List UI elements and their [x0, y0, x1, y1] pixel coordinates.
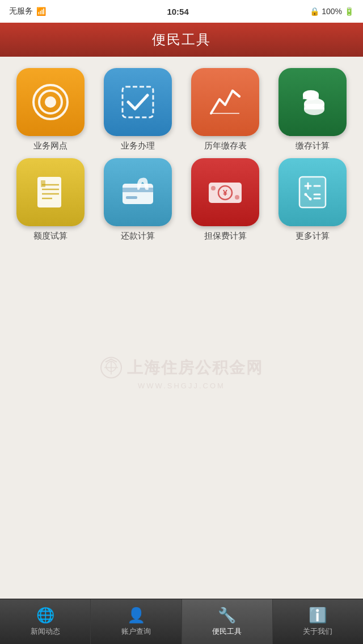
status-bar: 无服务 📶 10:54 🔒 100% 🔋 [0, 0, 363, 23]
coins-icon [293, 82, 332, 122]
tab-news[interactable]: 🌐 新闻动态 [0, 599, 91, 644]
guarantee-calc-label: 担保费计算 [204, 231, 247, 242]
quota-trial-label: 额度试算 [33, 231, 67, 242]
svg-point-10 [303, 90, 319, 99]
lock-icon: 🔒 [310, 7, 319, 16]
battery-text: 100% [322, 7, 342, 16]
business-handle-icon-box [104, 68, 172, 136]
chart-icon [205, 82, 245, 122]
svg-rect-19 [126, 196, 137, 199]
svg-point-34 [101, 358, 121, 378]
repay-calc-item[interactable]: 还款计算 [96, 158, 179, 242]
wifi-icon: 📶 [36, 7, 46, 16]
tab-tools[interactable]: 🔧 便民工具 [182, 599, 273, 644]
service-point-label: 业务网点 [33, 141, 67, 151]
watermark-cn-text: 上海住房公积金网 [127, 357, 263, 379]
payment-history-label: 历年缴存表 [204, 141, 247, 151]
repay-calc-icon-box [104, 158, 172, 226]
tab-bar: 🌐 新闻动态 👤 账户查询 🔧 便民工具 ℹ️ 关于我们 [0, 599, 363, 644]
tab-about-icon: ℹ️ [309, 607, 327, 624]
service-point-icon-box [16, 68, 85, 136]
payment-calc-icon-box [278, 68, 347, 136]
target-icon [31, 82, 70, 122]
tab-about[interactable]: ℹ️ 关于我们 [273, 599, 363, 644]
svg-point-2 [45, 96, 56, 108]
payment-history-item[interactable]: 历年缴存表 [184, 68, 267, 151]
more-calc-icon-box [278, 158, 347, 226]
service-point-item[interactable]: 业务网点 [9, 68, 92, 151]
status-right: 🔒 100% 🔋 [310, 7, 354, 16]
payment-calc-label: 缴存计算 [296, 141, 330, 151]
payment-calc-item[interactable]: 缴存计算 [271, 68, 354, 151]
payment-history-icon-box [191, 68, 259, 136]
status-left: 无服务 📶 [9, 6, 46, 16]
more-calc-item[interactable]: 更多计算 [271, 158, 354, 242]
icon-grid: 业务网点 业务办理 历年缴存表 [9, 68, 354, 242]
money-icon: ¥ [205, 172, 245, 212]
header: 便民工具 [0, 23, 363, 57]
svg-point-24 [235, 195, 239, 200]
tab-news-icon: 🌐 [36, 607, 54, 624]
quota-trial-icon-box [16, 158, 85, 226]
tab-account-label: 账户查询 [121, 626, 151, 637]
card-icon [118, 172, 158, 212]
signal-text: 无服务 [9, 6, 33, 16]
tab-account[interactable]: 👤 账户查询 [91, 599, 182, 644]
svg-point-23 [211, 186, 216, 190]
guarantee-calc-item[interactable]: ¥ 担保费计算 [184, 158, 267, 242]
tab-tools-icon: 🔧 [218, 607, 236, 624]
business-handle-label: 业务办理 [121, 141, 155, 151]
svg-point-31 [309, 198, 312, 201]
svg-text:¥: ¥ [223, 188, 227, 197]
svg-point-30 [305, 193, 307, 196]
status-time: 10:54 [167, 7, 188, 16]
tab-tools-label: 便民工具 [212, 626, 242, 637]
tab-account-icon: 👤 [127, 607, 145, 624]
tab-about-label: 关于我们 [303, 626, 332, 637]
svg-rect-25 [299, 177, 326, 207]
guarantee-calc-icon-box: ¥ [191, 158, 259, 226]
watermark-en-text: WWW.SHGJJ.COM [100, 382, 263, 390]
page-title: 便民工具 [152, 31, 211, 49]
battery-icon: 🔋 [344, 7, 354, 16]
repay-calc-label: 还款计算 [121, 231, 155, 242]
check-icon [118, 82, 158, 122]
more-calc-label: 更多计算 [296, 231, 330, 242]
watermark: 上海住房公积金网 WWW.SHGJJ.COM [100, 357, 263, 390]
svg-rect-16 [41, 180, 45, 187]
calculator-icon [293, 172, 332, 212]
document-icon [31, 172, 70, 212]
watermark-logo: 上海住房公积金网 [100, 357, 263, 379]
watermark-logo-icon [100, 357, 123, 379]
tab-news-label: 新闻动态 [31, 626, 60, 637]
business-handle-item[interactable]: 业务办理 [96, 68, 179, 151]
main-content: 业务网点 业务办理 历年缴存表 [0, 57, 363, 599]
quota-trial-item[interactable]: 额度试算 [9, 158, 92, 242]
